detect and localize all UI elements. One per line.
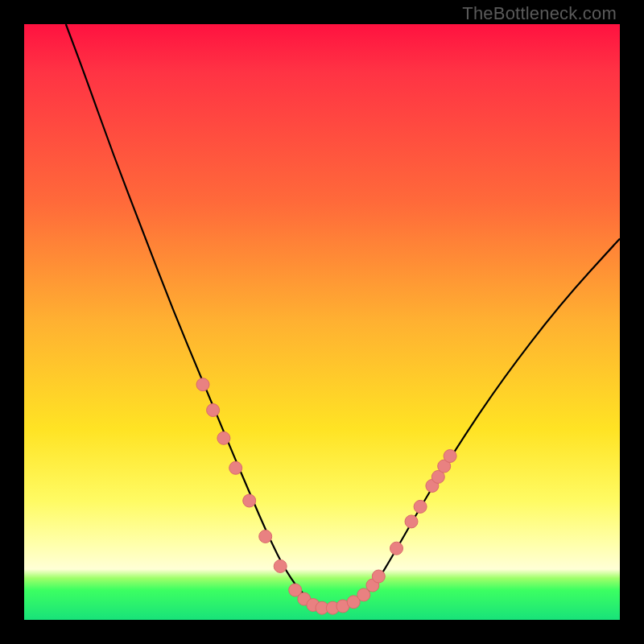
data-marker	[372, 570, 385, 583]
data-marker	[274, 559, 287, 572]
chart-stage: TheBottleneck.com	[0, 0, 644, 644]
data-marker	[414, 500, 427, 513]
data-marker	[217, 431, 230, 444]
data-marker	[196, 378, 209, 391]
data-marker	[229, 461, 242, 474]
data-marker	[444, 450, 456, 463]
data-marker	[243, 494, 256, 507]
data-marker	[207, 404, 220, 417]
data-marker	[259, 530, 272, 543]
data-markers	[196, 378, 456, 615]
data-marker	[405, 515, 418, 528]
bottleneck-curve	[66, 24, 620, 608]
watermark-text: TheBottleneck.com	[462, 3, 617, 24]
curve-svg	[24, 24, 620, 620]
data-marker	[390, 542, 403, 555]
plot-area	[24, 24, 620, 620]
